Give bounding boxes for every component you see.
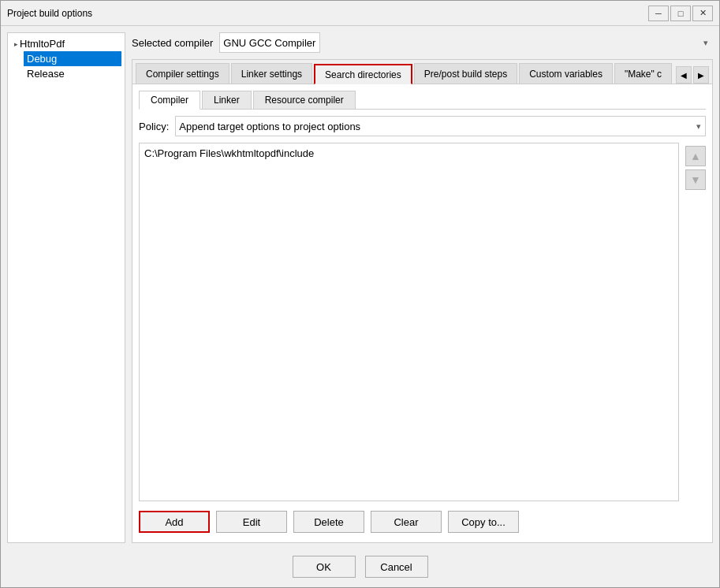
minimize-button[interactable]: ─ (648, 6, 669, 21)
sub-tab-resource-compiler[interactable]: Resource compiler (253, 91, 356, 109)
title-controls: ─ □ ✕ (648, 6, 713, 21)
policy-select[interactable]: Append target options to project options (175, 116, 706, 136)
content-area: ▸ HtmltoPdf Debug Release Selected compi… (7, 32, 713, 543)
sub-tab-compiler[interactable]: Compiler (139, 91, 200, 110)
window-body: ▸ HtmltoPdf Debug Release Selected compi… (1, 26, 719, 587)
add-button[interactable]: Add (139, 511, 210, 533)
sub-tab-bar: Compiler Linker Resource compiler (139, 91, 706, 110)
tab-pre-post-build[interactable]: Pre/post build steps (414, 63, 517, 84)
copy-to-button[interactable]: Copy to... (448, 511, 519, 533)
policy-select-wrapper: Append target options to project options (175, 116, 706, 136)
tree-root-item[interactable]: ▸ HtmltoPdf (11, 36, 121, 51)
tab-prev-arrow[interactable]: ◀ (676, 66, 692, 84)
action-buttons: Add Edit Delete Clear Copy to... (139, 508, 706, 536)
tab-make-c[interactable]: "Make" c (614, 63, 672, 84)
compiler-row: Selected compiler GNU GCC Compiler (132, 32, 713, 53)
compiler-select[interactable]: GNU GCC Compiler (219, 32, 320, 53)
tab-bar: Compiler settings Linker settings Search… (132, 60, 712, 84)
compiler-label: Selected compiler (132, 37, 213, 49)
tree-item-debug-label: Debug (27, 53, 57, 65)
tab-search-directories[interactable]: Search directories (314, 64, 412, 84)
delete-button[interactable]: Delete (293, 511, 364, 533)
bottom-buttons: OK Cancel (7, 549, 713, 581)
policy-label: Policy: (139, 121, 169, 132)
tree-item-release-label: Release (27, 68, 65, 80)
tree-children: Debug Release (11, 51, 121, 81)
policy-row: Policy: Append target options to project… (139, 116, 706, 136)
arrow-buttons-column: ▲ ▼ (685, 143, 706, 501)
dirs-and-arrows: C:\Program Files\wkhtmltopdf\include ▲ ▼ (139, 143, 706, 501)
tab-linker-settings[interactable]: Linker settings (231, 63, 312, 84)
title-bar: Project build options ─ □ ✕ (1, 1, 719, 26)
tree-root-label: HtmltoPdf (20, 38, 65, 50)
window-title: Project build options (7, 8, 648, 19)
tab-next-arrow[interactable]: ▶ (693, 66, 709, 84)
cancel-button[interactable]: Cancel (365, 556, 428, 578)
tab-custom-variables[interactable]: Custom variables (519, 63, 613, 84)
maximize-button[interactable]: □ (670, 6, 691, 21)
directory-entry-0: C:\Program Files\wkhtmltopdf\include (143, 147, 675, 160)
clear-button[interactable]: Clear (371, 511, 442, 533)
sub-tab-linker[interactable]: Linker (202, 91, 252, 109)
ok-button[interactable]: OK (293, 556, 356, 578)
move-down-button[interactable]: ▼ (685, 169, 706, 190)
right-panel: Selected compiler GNU GCC Compiler Compi… (132, 32, 713, 543)
tabs-container: Compiler settings Linker settings Search… (132, 59, 713, 543)
expand-icon: ▸ (14, 40, 18, 48)
tree-item-release[interactable]: Release (24, 66, 121, 81)
tab-content: Compiler Linker Resource compiler Polic (132, 84, 712, 542)
compiler-select-wrapper: GNU GCC Compiler (219, 32, 713, 53)
left-panel: ▸ HtmltoPdf Debug Release (7, 32, 125, 543)
directories-list[interactable]: C:\Program Files\wkhtmltopdf\include (139, 143, 679, 501)
tab-compiler-settings[interactable]: Compiler settings (136, 63, 229, 84)
tab-nav-arrows: ◀ ▶ (676, 66, 709, 84)
move-up-button[interactable]: ▲ (685, 146, 706, 166)
close-button[interactable]: ✕ (692, 6, 713, 21)
edit-button[interactable]: Edit (216, 511, 287, 533)
tree-item-debug[interactable]: Debug (24, 51, 121, 66)
main-window: Project build options ─ □ ✕ ▸ HtmltoPdf … (0, 0, 720, 588)
